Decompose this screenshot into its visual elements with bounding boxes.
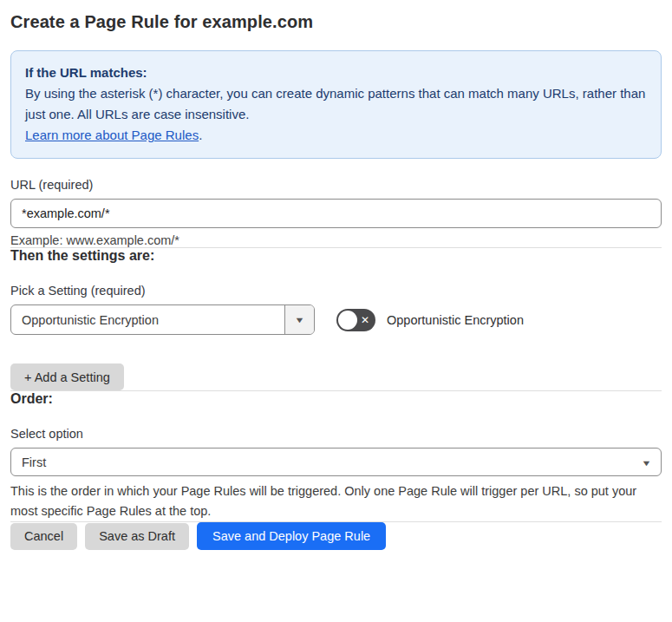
chevron-down-icon: ▼	[643, 448, 650, 476]
pick-setting-label: Pick a Setting (required)	[10, 284, 662, 298]
settings-section-heading: Then the settings are:	[10, 248, 662, 264]
setting-select-value: Opportunistic Encryption	[11, 313, 284, 327]
setting-row: Opportunistic Encryption ▼ ✕ Opportunist…	[10, 304, 662, 335]
save-deploy-button[interactable]: Save and Deploy Page Rule	[197, 522, 386, 550]
footer-actions: Cancel Save as Draft Save and Deploy Pag…	[10, 522, 662, 550]
info-box-link-line: Learn more about Page Rules.	[25, 125, 647, 146]
order-section-heading: Order:	[10, 391, 662, 407]
order-description: This is the order in which your Page Rul…	[10, 481, 656, 521]
info-box-body: By using the asterisk (*) character, you…	[25, 83, 647, 125]
order-select-value: First	[11, 455, 661, 469]
url-match-info-box: If the URL matches: By using the asteris…	[10, 50, 662, 159]
link-suffix: .	[199, 128, 202, 142]
save-draft-button[interactable]: Save as Draft	[85, 523, 189, 550]
add-setting-button[interactable]: + Add a Setting	[10, 363, 124, 390]
setting-select[interactable]: Opportunistic Encryption ▼	[10, 304, 315, 335]
setting-toggle[interactable]: ✕	[336, 309, 375, 331]
toggle-x-icon: ✕	[361, 309, 369, 331]
chevron-down-icon[interactable]: ▼	[284, 305, 314, 334]
url-input[interactable]	[10, 199, 662, 228]
url-label: URL (required)	[10, 178, 662, 192]
setting-toggle-label: Opportunistic Encryption	[387, 313, 524, 327]
info-box-heading: If the URL matches:	[25, 62, 647, 83]
toggle-knob	[338, 311, 357, 330]
order-select[interactable]: First ▼	[10, 448, 662, 476]
order-select-label: Select option	[10, 427, 662, 441]
create-page-rule-panel: Create a Page Rule for example.com If th…	[0, 0, 672, 562]
learn-more-link[interactable]: Learn more about Page Rules	[25, 128, 199, 142]
cancel-button[interactable]: Cancel	[10, 523, 77, 550]
page-title: Create a Page Rule for example.com	[10, 12, 662, 32]
url-example-text: Example: www.example.com/*	[10, 233, 662, 247]
